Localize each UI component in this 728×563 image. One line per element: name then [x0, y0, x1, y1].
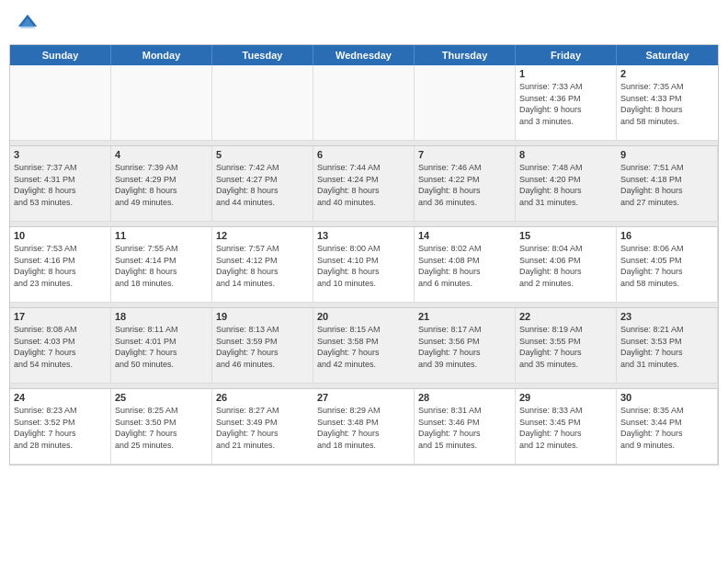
- day-info: Sunrise: 8:33 AM Sunset: 3:45 PM Dayligh…: [519, 405, 612, 451]
- day-info: Sunrise: 7:57 AM Sunset: 4:12 PM Dayligh…: [216, 243, 309, 289]
- calendar-grid: 1Sunrise: 7:33 AM Sunset: 4:36 PM Daylig…: [10, 65, 718, 465]
- calendar-cell: 3Sunrise: 7:37 AM Sunset: 4:31 PM Daylig…: [10, 146, 111, 222]
- calendar-cell: 7Sunrise: 7:46 AM Sunset: 4:22 PM Daylig…: [415, 146, 516, 222]
- day-info: Sunrise: 7:33 AM Sunset: 4:36 PM Dayligh…: [519, 81, 612, 127]
- day-number: 20: [317, 311, 411, 322]
- calendar-cell: 17Sunrise: 8:08 AM Sunset: 4:03 PM Dayli…: [10, 308, 111, 384]
- day-info: Sunrise: 8:29 AM Sunset: 3:48 PM Dayligh…: [317, 405, 410, 451]
- day-number: 14: [418, 230, 512, 241]
- day-number: 18: [115, 311, 208, 322]
- day-number: 29: [519, 392, 612, 403]
- calendar-cell: 10Sunrise: 7:53 AM Sunset: 4:16 PM Dayli…: [10, 227, 111, 303]
- calendar-cell: 19Sunrise: 8:13 AM Sunset: 3:59 PM Dayli…: [212, 308, 313, 384]
- calendar-cell: 4Sunrise: 7:39 AM Sunset: 4:29 PM Daylig…: [111, 146, 212, 222]
- calendar-cell: 25Sunrise: 8:25 AM Sunset: 3:50 PM Dayli…: [111, 389, 212, 465]
- logo: [15, 11, 44, 37]
- day-number: 2: [620, 68, 714, 79]
- calendar-cell: 27Sunrise: 8:29 AM Sunset: 3:48 PM Dayli…: [313, 389, 415, 465]
- day-number: 25: [115, 392, 208, 403]
- day-info: Sunrise: 7:53 AM Sunset: 4:16 PM Dayligh…: [14, 243, 107, 289]
- day-info: Sunrise: 7:37 AM Sunset: 4:31 PM Dayligh…: [14, 162, 107, 208]
- day-info: Sunrise: 7:42 AM Sunset: 4:27 PM Dayligh…: [216, 162, 309, 208]
- calendar-cell: 1Sunrise: 7:33 AM Sunset: 4:36 PM Daylig…: [516, 65, 617, 141]
- day-info: Sunrise: 8:23 AM Sunset: 3:52 PM Dayligh…: [14, 405, 107, 451]
- day-number: 26: [216, 392, 310, 403]
- day-info: Sunrise: 7:46 AM Sunset: 4:22 PM Dayligh…: [418, 162, 511, 208]
- day-info: Sunrise: 8:02 AM Sunset: 4:08 PM Dayligh…: [418, 243, 512, 289]
- calendar-cell: [313, 65, 415, 141]
- day-number: 15: [519, 230, 612, 241]
- day-number: 23: [620, 311, 713, 322]
- day-number: 19: [216, 311, 309, 322]
- calendar-cell: 24Sunrise: 8:23 AM Sunset: 3:52 PM Dayli…: [10, 389, 111, 465]
- day-info: Sunrise: 8:17 AM Sunset: 3:56 PM Dayligh…: [418, 324, 511, 370]
- calendar-cell: 8Sunrise: 7:48 AM Sunset: 4:20 PM Daylig…: [516, 146, 617, 222]
- day-number: 9: [620, 149, 713, 160]
- calendar-cell: 21Sunrise: 8:17 AM Sunset: 3:56 PM Dayli…: [415, 308, 516, 384]
- day-info: Sunrise: 8:04 AM Sunset: 4:06 PM Dayligh…: [519, 243, 612, 289]
- day-info: Sunrise: 8:21 AM Sunset: 3:53 PM Dayligh…: [620, 324, 713, 370]
- day-info: Sunrise: 7:44 AM Sunset: 4:24 PM Dayligh…: [317, 162, 410, 208]
- calendar-cell: 28Sunrise: 8:31 AM Sunset: 3:46 PM Dayli…: [415, 389, 516, 465]
- calendar-cell: 16Sunrise: 8:06 AM Sunset: 4:05 PM Dayli…: [617, 227, 718, 303]
- calendar-header-cell: Sunday: [10, 45, 111, 65]
- calendar-cell: [111, 65, 212, 141]
- day-info: Sunrise: 7:35 AM Sunset: 4:33 PM Dayligh…: [620, 81, 714, 127]
- day-info: Sunrise: 7:39 AM Sunset: 4:29 PM Dayligh…: [115, 162, 208, 208]
- day-number: 6: [317, 149, 410, 160]
- page-container: SundayMondayTuesdayWednesdayThursdayFrid…: [0, 0, 728, 465]
- calendar-cell: 2Sunrise: 7:35 AM Sunset: 4:33 PM Daylig…: [617, 65, 718, 141]
- day-info: Sunrise: 8:11 AM Sunset: 4:01 PM Dayligh…: [115, 324, 208, 370]
- calendar-header-cell: Tuesday: [212, 45, 313, 65]
- day-info: Sunrise: 8:31 AM Sunset: 3:46 PM Dayligh…: [418, 405, 511, 451]
- calendar-cell: 18Sunrise: 8:11 AM Sunset: 4:01 PM Dayli…: [111, 308, 212, 384]
- day-number: 8: [519, 149, 613, 160]
- calendar-cell: [212, 65, 313, 141]
- day-info: Sunrise: 8:27 AM Sunset: 3:49 PM Dayligh…: [216, 405, 310, 451]
- calendar-cell: [10, 65, 111, 141]
- calendar-cell: 23Sunrise: 8:21 AM Sunset: 3:53 PM Dayli…: [617, 308, 718, 384]
- day-number: 7: [418, 149, 511, 160]
- calendar-header-cell: Wednesday: [313, 45, 415, 65]
- day-number: 28: [418, 392, 511, 403]
- calendar-cell: 20Sunrise: 8:15 AM Sunset: 3:58 PM Dayli…: [313, 308, 415, 384]
- calendar-header-cell: Saturday: [617, 45, 718, 65]
- calendar: SundayMondayTuesdayWednesdayThursdayFrid…: [9, 44, 719, 465]
- header: [0, 0, 728, 44]
- day-number: 4: [115, 149, 208, 160]
- logo-icon: [15, 11, 40, 37]
- calendar-cell: 6Sunrise: 7:44 AM Sunset: 4:24 PM Daylig…: [313, 146, 415, 222]
- calendar-cell: 11Sunrise: 7:55 AM Sunset: 4:14 PM Dayli…: [111, 227, 212, 303]
- calendar-cell: 29Sunrise: 8:33 AM Sunset: 3:45 PM Dayli…: [516, 389, 617, 465]
- day-number: 11: [115, 230, 208, 241]
- day-info: Sunrise: 8:25 AM Sunset: 3:50 PM Dayligh…: [115, 405, 208, 451]
- calendar-header: SundayMondayTuesdayWednesdayThursdayFrid…: [10, 45, 718, 65]
- day-info: Sunrise: 8:35 AM Sunset: 3:44 PM Dayligh…: [620, 405, 713, 451]
- calendar-cell: 14Sunrise: 8:02 AM Sunset: 4:08 PM Dayli…: [415, 227, 516, 303]
- day-info: Sunrise: 8:13 AM Sunset: 3:59 PM Dayligh…: [216, 324, 309, 370]
- calendar-cell: 15Sunrise: 8:04 AM Sunset: 4:06 PM Dayli…: [516, 227, 617, 303]
- day-info: Sunrise: 7:51 AM Sunset: 4:18 PM Dayligh…: [620, 162, 713, 208]
- calendar-cell: 5Sunrise: 7:42 AM Sunset: 4:27 PM Daylig…: [212, 146, 313, 222]
- day-number: 24: [14, 392, 107, 403]
- day-info: Sunrise: 7:55 AM Sunset: 4:14 PM Dayligh…: [115, 243, 208, 289]
- calendar-header-cell: Friday: [516, 45, 617, 65]
- day-info: Sunrise: 8:19 AM Sunset: 3:55 PM Dayligh…: [519, 324, 612, 370]
- day-info: Sunrise: 8:08 AM Sunset: 4:03 PM Dayligh…: [14, 324, 107, 370]
- calendar-cell: 13Sunrise: 8:00 AM Sunset: 4:10 PM Dayli…: [313, 227, 415, 303]
- day-info: Sunrise: 8:06 AM Sunset: 4:05 PM Dayligh…: [620, 243, 713, 289]
- day-number: 22: [519, 311, 612, 322]
- calendar-cell: [415, 65, 516, 141]
- calendar-cell: 22Sunrise: 8:19 AM Sunset: 3:55 PM Dayli…: [516, 308, 617, 384]
- day-number: 27: [317, 392, 410, 403]
- day-number: 12: [216, 230, 309, 241]
- day-number: 10: [14, 230, 107, 241]
- day-number: 5: [216, 149, 309, 160]
- day-number: 30: [620, 392, 713, 403]
- calendar-header-cell: Thursday: [415, 45, 516, 65]
- day-info: Sunrise: 7:48 AM Sunset: 4:20 PM Dayligh…: [519, 162, 613, 208]
- calendar-cell: 9Sunrise: 7:51 AM Sunset: 4:18 PM Daylig…: [617, 146, 718, 222]
- calendar-cell: 26Sunrise: 8:27 AM Sunset: 3:49 PM Dayli…: [212, 389, 313, 465]
- day-number: 21: [418, 311, 511, 322]
- day-number: 1: [519, 68, 612, 79]
